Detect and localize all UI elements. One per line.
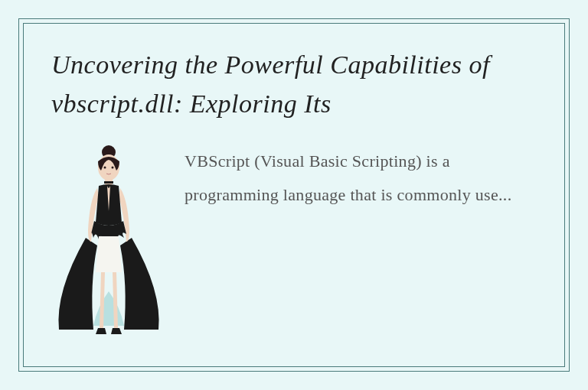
article-body: VBScript (Visual Basic Scripting) is a p… (185, 138, 537, 212)
article-card: Uncovering the Powerful Capabilities of … (18, 18, 570, 372)
svg-rect-3 (104, 181, 113, 184)
content-row: VBScript (Visual Basic Scripting) is a p… (51, 138, 537, 337)
article-image (51, 138, 166, 337)
card-inner: Uncovering the Powerful Capabilities of … (23, 23, 565, 367)
svg-point-5 (112, 167, 114, 169)
svg-point-4 (104, 167, 106, 169)
article-title: Uncovering the Powerful Capabilities of … (51, 45, 537, 123)
